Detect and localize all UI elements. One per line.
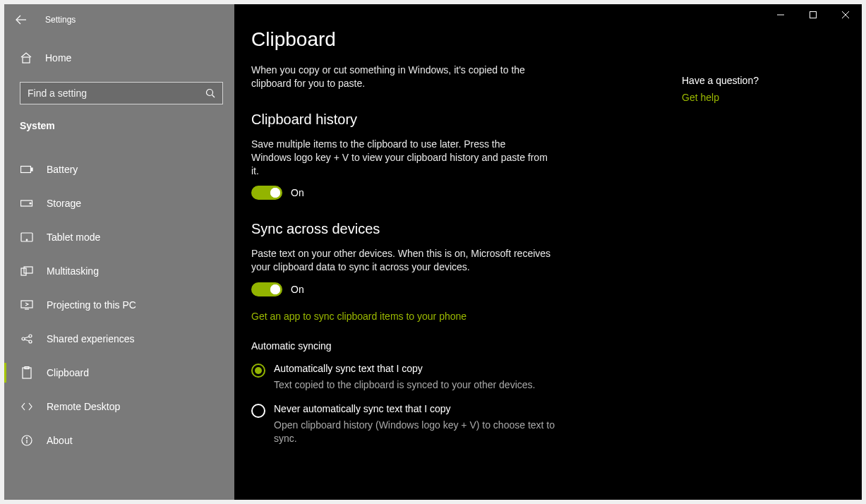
radio-auto-title: Automatically sync text that I copy	[274, 363, 535, 374]
radio-auto-desc: Text copied to the clipboard is synced t…	[274, 378, 535, 392]
battery-icon	[20, 162, 34, 176]
home-label: Home	[45, 52, 71, 64]
window-controls	[764, 4, 862, 25]
svg-rect-23	[23, 368, 31, 378]
multitasking-icon	[20, 264, 34, 278]
sidebar: Settings Home Syste	[4, 4, 234, 500]
remote-desktop-icon	[20, 400, 34, 414]
help-question: Have a question?	[682, 75, 759, 86]
sidebar-item-tablet-mode[interactable]: Tablet mode	[4, 222, 234, 253]
page-title: Clipboard	[251, 28, 654, 51]
svg-point-18	[22, 337, 25, 340]
section-clipboard-history: Clipboard history	[251, 112, 654, 128]
svg-line-7	[212, 95, 215, 98]
history-desc: Save multiple items to the clipboard to …	[251, 138, 548, 178]
help-panel: Have a question? Get help	[682, 75, 759, 500]
about-icon	[20, 433, 34, 448]
sidebar-item-remote-desktop[interactable]: Remote Desktop	[4, 391, 234, 422]
auto-sync-label: Automatic syncing	[251, 340, 654, 352]
sidebar-item-label: Clipboard	[47, 367, 89, 378]
svg-point-6	[207, 90, 213, 96]
back-button[interactable]	[14, 13, 28, 27]
sidebar-item-multitasking[interactable]: Multitasking	[4, 256, 234, 287]
sidebar-item-label: Multitasking	[47, 265, 99, 277]
radio-option-auto[interactable]: Automatically sync text that I copy Text…	[251, 363, 576, 392]
svg-line-22	[25, 340, 29, 341]
sidebar-item-projecting[interactable]: Projecting to this PC	[4, 289, 234, 320]
sidebar-item-label: Battery	[47, 164, 78, 175]
sync-toggle[interactable]	[251, 282, 282, 296]
shared-icon	[20, 332, 34, 346]
sidebar-item-label: Remote Desktop	[47, 401, 120, 412]
svg-point-19	[29, 335, 32, 337]
intro-text: When you copy or cut something in Window…	[251, 64, 548, 90]
svg-point-11	[30, 203, 31, 204]
storage-icon	[20, 196, 34, 210]
main-content: Clipboard When you copy or cut something…	[234, 4, 862, 500]
search-input[interactable]	[28, 88, 205, 99]
section-sync: Sync across devices	[251, 221, 654, 237]
sidebar-item-clipboard[interactable]: Clipboard	[4, 357, 234, 388]
sidebar-item-label: Projecting to this PC	[47, 299, 136, 311]
projecting-icon	[20, 298, 34, 312]
clipboard-icon	[20, 366, 34, 380]
svg-rect-1	[810, 12, 817, 18]
svg-line-21	[25, 337, 29, 338]
svg-point-20	[29, 340, 32, 343]
history-toggle[interactable]	[251, 186, 282, 200]
maximize-button[interactable]	[797, 4, 829, 25]
search-box[interactable]	[20, 82, 223, 104]
history-toggle-state: On	[291, 187, 304, 198]
settings-window: Settings Home Syste	[4, 4, 862, 500]
svg-rect-5	[23, 57, 30, 63]
svg-rect-16	[21, 301, 32, 308]
sidebar-item-about[interactable]: About	[4, 425, 234, 456]
radio-never-desc: Open clipboard history (Windows logo key…	[274, 419, 576, 445]
sidebar-header: Settings	[4, 4, 234, 35]
sidebar-item-label: Storage	[47, 198, 81, 209]
svg-rect-8	[21, 167, 31, 173]
radio-never[interactable]	[251, 404, 265, 418]
minimize-button[interactable]	[764, 4, 797, 25]
get-help-link[interactable]: Get help	[682, 92, 719, 103]
sidebar-item-shared-experiences[interactable]: Shared experiences	[4, 323, 234, 354]
app-title: Settings	[45, 15, 76, 25]
home-icon	[20, 52, 32, 64]
radio-auto[interactable]	[251, 364, 265, 378]
sidebar-item-label: About	[47, 435, 73, 446]
home-button[interactable]: Home	[4, 42, 234, 73]
sidebar-item-battery[interactable]: Battery	[4, 154, 234, 185]
sidebar-item-label: Shared experiences	[47, 333, 135, 344]
search-wrap	[20, 82, 223, 104]
sync-toggle-state: On	[291, 284, 304, 295]
svg-point-27	[26, 438, 27, 438]
category-label: System	[4, 104, 234, 140]
svg-rect-9	[31, 168, 32, 171]
search-icon	[205, 88, 215, 98]
get-app-link[interactable]: Get an app to sync clipboard items to yo…	[251, 311, 654, 322]
svg-point-13	[26, 239, 28, 241]
radio-never-title: Never automatically sync text that I cop…	[274, 403, 576, 414]
tablet-icon	[20, 230, 34, 244]
radio-option-never[interactable]: Never automatically sync text that I cop…	[251, 403, 576, 445]
sidebar-item-label: Tablet mode	[47, 232, 100, 243]
sidebar-item-storage[interactable]: Storage	[4, 188, 234, 219]
close-button[interactable]	[829, 4, 862, 25]
svg-rect-15	[24, 267, 32, 273]
sync-desc: Paste text on your other devices. When t…	[251, 247, 562, 274]
